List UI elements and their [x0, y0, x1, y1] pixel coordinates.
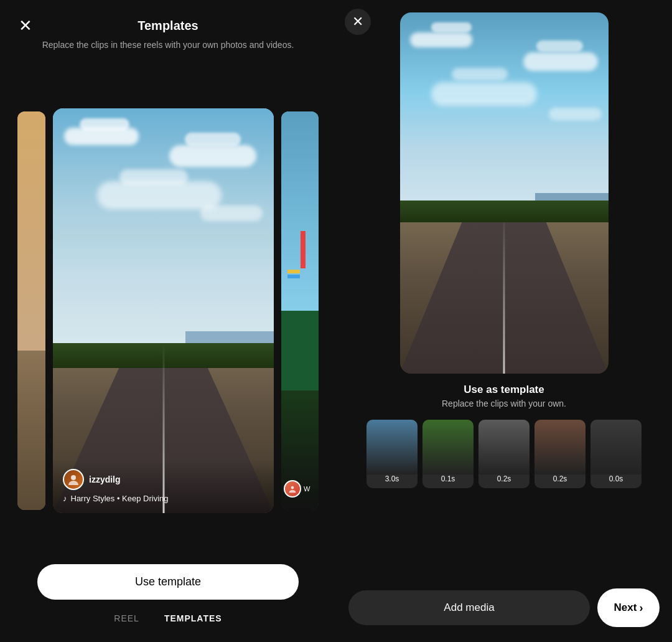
clip-item[interactable]: 0.2s — [534, 420, 586, 488]
next-label: Next — [614, 602, 637, 614]
close-button-left[interactable]: ✕ — [14, 14, 37, 37]
clip-thumbnail — [422, 420, 474, 474]
page-title: Templates — [138, 19, 198, 33]
clip-duration: 3.0s — [385, 474, 399, 483]
right-panel: ✕ Use as template Replace the clips with… — [336, 0, 672, 642]
carousel-area: izzydilg ♪ Harry Styles • Keep Driving — [0, 58, 336, 564]
tab-reel[interactable]: REEL — [114, 613, 139, 623]
card-left-peek[interactable] — [17, 111, 45, 510]
clip-duration: 0.0s — [609, 474, 623, 483]
peek-right-overlay: W — [284, 480, 310, 498]
card-center[interactable]: izzydilg ♪ Harry Styles • Keep Driving — [53, 108, 274, 513]
music-icon: ♪ — [63, 494, 67, 503]
bottom-section: Use template REEL TEMPLATES — [0, 564, 336, 642]
preview-video — [400, 12, 609, 374]
clip-thumbnail — [478, 420, 530, 474]
peek-music-label: W — [304, 485, 310, 493]
preview-ground — [400, 211, 609, 374]
use-template-button[interactable]: Use template — [37, 564, 299, 600]
bottom-bar: Add media Next › — [336, 578, 672, 642]
card-right-peek[interactable]: W — [281, 111, 319, 510]
left-panel: ✕ Templates Replace the clips in these r… — [0, 0, 336, 642]
page-subtitle: Replace the clips in these reels with yo… — [5, 39, 332, 52]
music-label: Harry Styles • Keep Driving — [71, 494, 169, 503]
sky-area — [53, 108, 274, 351]
clip-thumbnail — [534, 420, 586, 474]
username-label: izzydilg — [89, 474, 121, 484]
clip-duration: 0.2s — [553, 474, 567, 483]
svg-point-0 — [71, 475, 76, 480]
peek-avatar — [284, 480, 301, 498]
clip-thumbnail — [366, 420, 418, 474]
clip-duration: 0.1s — [441, 474, 455, 483]
clip-item[interactable]: 0.1s — [422, 420, 474, 488]
close-button-right[interactable]: ✕ — [345, 9, 371, 35]
avatar — [63, 469, 84, 490]
use-as-template-title: Use as template — [464, 384, 544, 396]
peek-left-scene — [17, 111, 45, 510]
clip-thumbnail — [590, 420, 642, 474]
preview-sky — [400, 12, 609, 211]
next-button[interactable]: Next › — [597, 588, 660, 627]
clip-strip: 3.0s 0.1s 0.2s 0.2s 0.0s — [336, 420, 672, 488]
next-chevron-icon: › — [639, 602, 643, 615]
preview-road-line — [503, 211, 505, 374]
clip-item[interactable]: 0.0s — [590, 420, 642, 488]
card-wrapper: izzydilg ♪ Harry Styles • Keep Driving — [0, 108, 336, 513]
clip-item[interactable]: 3.0s — [366, 420, 418, 488]
peek-right-scene — [281, 111, 319, 510]
clip-duration: 0.2s — [497, 474, 511, 483]
tab-templates[interactable]: TEMPLATES — [164, 613, 222, 623]
nav-tabs: REEL TEMPLATES — [114, 613, 222, 623]
use-as-template-subtitle: Replace the clips with your own. — [442, 399, 566, 408]
clip-item[interactable]: 0.2s — [478, 420, 530, 488]
add-media-button[interactable]: Add media — [348, 590, 590, 625]
road-scene — [53, 108, 274, 513]
svg-point-1 — [291, 486, 294, 489]
